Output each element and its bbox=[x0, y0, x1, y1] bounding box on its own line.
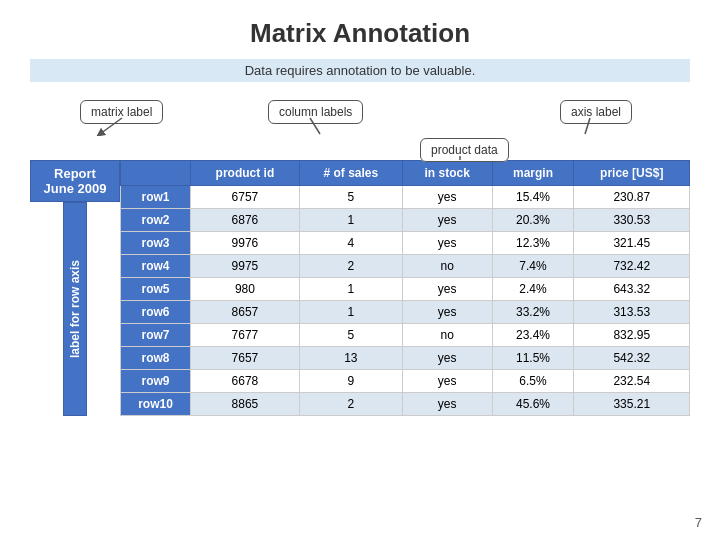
cell-sales: 5 bbox=[299, 186, 402, 209]
main-content: Report June 2009 label for row axis prod… bbox=[30, 160, 690, 416]
table-row: row7 7677 5 no 23.4% 832.95 bbox=[121, 324, 690, 347]
cell-sales: 4 bbox=[299, 232, 402, 255]
cell-margin: 2.4% bbox=[492, 278, 574, 301]
cell-margin: 6.5% bbox=[492, 370, 574, 393]
cell-margin: 7.4% bbox=[492, 255, 574, 278]
svg-line-1 bbox=[310, 118, 320, 134]
table-row: row3 9976 4 yes 12.3% 321.45 bbox=[121, 232, 690, 255]
cell-in-stock: yes bbox=[402, 186, 492, 209]
cell-sales: 1 bbox=[299, 301, 402, 324]
report-line1: Report bbox=[54, 166, 96, 181]
row-label: row7 bbox=[121, 324, 191, 347]
col-header-in-stock: in stock bbox=[402, 161, 492, 186]
col-header-price: price [US$] bbox=[574, 161, 690, 186]
page-title: Matrix Annotation bbox=[30, 18, 690, 49]
cell-product-id: 8865 bbox=[191, 393, 300, 416]
row-label: row1 bbox=[121, 186, 191, 209]
row-label: row4 bbox=[121, 255, 191, 278]
cell-price: 230.87 bbox=[574, 186, 690, 209]
table-row: row9 6678 9 yes 6.5% 232.54 bbox=[121, 370, 690, 393]
row-label: row9 bbox=[121, 370, 191, 393]
data-table: product id # of sales in stock margin pr… bbox=[120, 160, 690, 416]
table-row: row2 6876 1 yes 20.3% 330.53 bbox=[121, 209, 690, 232]
row-axis-label: label for row axis bbox=[63, 202, 87, 416]
side-column: Report June 2009 label for row axis bbox=[30, 160, 120, 416]
cell-sales: 5 bbox=[299, 324, 402, 347]
cell-sales: 9 bbox=[299, 370, 402, 393]
cell-product-id: 6757 bbox=[191, 186, 300, 209]
product-data-arrow bbox=[30, 140, 720, 160]
cell-product-id: 7677 bbox=[191, 324, 300, 347]
cell-price: 335.21 bbox=[574, 393, 690, 416]
cell-sales: 2 bbox=[299, 393, 402, 416]
cell-price: 542.32 bbox=[574, 347, 690, 370]
cell-margin: 45.6% bbox=[492, 393, 574, 416]
cell-in-stock: yes bbox=[402, 370, 492, 393]
svg-line-0 bbox=[100, 118, 122, 134]
col-header-product-id: product id bbox=[191, 161, 300, 186]
page: Matrix Annotation Data requires annotati… bbox=[0, 0, 720, 540]
row-label: row3 bbox=[121, 232, 191, 255]
table-body: row1 6757 5 yes 15.4% 230.87 row2 6876 1… bbox=[121, 186, 690, 416]
table-row: row10 8865 2 yes 45.6% 335.21 bbox=[121, 393, 690, 416]
page-number: 7 bbox=[695, 515, 702, 530]
cell-in-stock: yes bbox=[402, 278, 492, 301]
cell-price: 643.32 bbox=[574, 278, 690, 301]
cell-in-stock: yes bbox=[402, 301, 492, 324]
cell-in-stock: yes bbox=[402, 347, 492, 370]
cell-in-stock: no bbox=[402, 255, 492, 278]
svg-line-2 bbox=[585, 118, 590, 134]
subtitle-bar: Data requires annotation to be valuable. bbox=[30, 59, 690, 82]
table-row: row6 8657 1 yes 33.2% 313.53 bbox=[121, 301, 690, 324]
col-header-row-label bbox=[121, 161, 191, 186]
col-header-margin: margin bbox=[492, 161, 574, 186]
cell-margin: 15.4% bbox=[492, 186, 574, 209]
cell-product-id: 8657 bbox=[191, 301, 300, 324]
annotation-arrows bbox=[30, 92, 720, 136]
cell-product-id: 9975 bbox=[191, 255, 300, 278]
row-label: row2 bbox=[121, 209, 191, 232]
cell-in-stock: yes bbox=[402, 209, 492, 232]
table-row: row5 980 1 yes 2.4% 643.32 bbox=[121, 278, 690, 301]
cell-in-stock: no bbox=[402, 324, 492, 347]
cell-in-stock: yes bbox=[402, 393, 492, 416]
table-row: row4 9975 2 no 7.4% 732.42 bbox=[121, 255, 690, 278]
report-label: Report June 2009 bbox=[30, 160, 120, 202]
cell-price: 732.42 bbox=[574, 255, 690, 278]
cell-sales: 1 bbox=[299, 278, 402, 301]
cell-sales: 2 bbox=[299, 255, 402, 278]
row-axis-text: label for row axis bbox=[68, 260, 82, 358]
cell-product-id: 6876 bbox=[191, 209, 300, 232]
cell-product-id: 7657 bbox=[191, 347, 300, 370]
cell-margin: 20.3% bbox=[492, 209, 574, 232]
cell-product-id: 6678 bbox=[191, 370, 300, 393]
data-table-wrapper: product id # of sales in stock margin pr… bbox=[120, 160, 690, 416]
cell-sales: 1 bbox=[299, 209, 402, 232]
table-row: row1 6757 5 yes 15.4% 230.87 bbox=[121, 186, 690, 209]
cell-product-id: 9976 bbox=[191, 232, 300, 255]
cell-price: 232.54 bbox=[574, 370, 690, 393]
cell-margin: 12.3% bbox=[492, 232, 574, 255]
row-label: row8 bbox=[121, 347, 191, 370]
cell-product-id: 980 bbox=[191, 278, 300, 301]
cell-margin: 11.5% bbox=[492, 347, 574, 370]
col-header-sales: # of sales bbox=[299, 161, 402, 186]
cell-price: 330.53 bbox=[574, 209, 690, 232]
subtitle-text: Data requires annotation to be valuable. bbox=[245, 63, 476, 78]
row-label: row10 bbox=[121, 393, 191, 416]
report-line2: June 2009 bbox=[44, 181, 107, 196]
cell-in-stock: yes bbox=[402, 232, 492, 255]
cell-sales: 13 bbox=[299, 347, 402, 370]
column-header-row: product id # of sales in stock margin pr… bbox=[121, 161, 690, 186]
row-label: row5 bbox=[121, 278, 191, 301]
cell-margin: 23.4% bbox=[492, 324, 574, 347]
cell-price: 313.53 bbox=[574, 301, 690, 324]
cell-price: 832.95 bbox=[574, 324, 690, 347]
row-label: row6 bbox=[121, 301, 191, 324]
table-row: row8 7657 13 yes 11.5% 542.32 bbox=[121, 347, 690, 370]
cell-margin: 33.2% bbox=[492, 301, 574, 324]
cell-price: 321.45 bbox=[574, 232, 690, 255]
